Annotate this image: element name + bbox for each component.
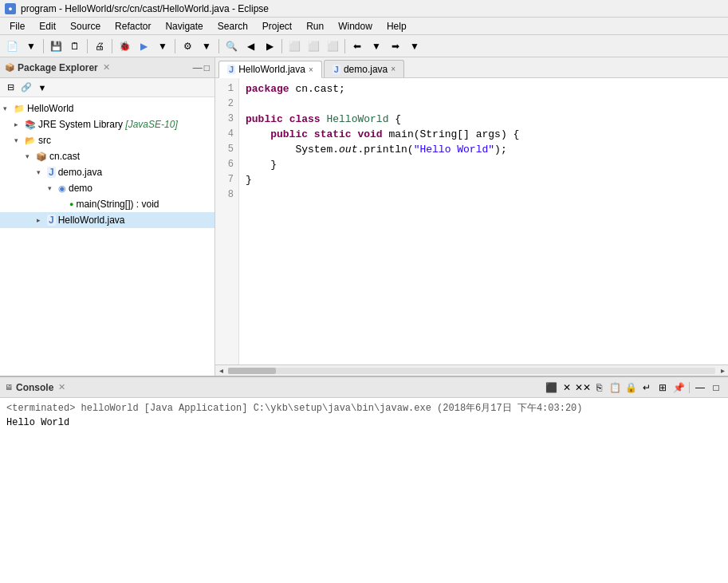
tree-label-cn.cast: cn.cast: [49, 151, 80, 162]
sep5: [218, 39, 219, 53]
tree-item-demo-class[interactable]: ▾◉demo: [0, 180, 214, 196]
toolbar-prev[interactable]: ◀: [242, 37, 259, 55]
console-output-line: Hello World: [6, 416, 722, 430]
pe-menu[interactable]: ▼: [35, 81, 49, 95]
console-pin[interactable]: 📌: [671, 380, 686, 395]
scroll-track[interactable]: [228, 368, 715, 374]
tab-demo-tab[interactable]: Jdemo.java×: [324, 60, 404, 77]
tree-item-cn.cast[interactable]: ▾📦cn.cast: [0, 148, 214, 164]
pe-link-editor[interactable]: 🔗: [19, 81, 33, 95]
console-scroll-lock[interactable]: 🔒: [624, 380, 638, 395]
tab-icon-helloworld-tab: J: [227, 65, 235, 74]
tree-icon-cn.cast: 📦: [36, 152, 47, 162]
toolbar-persp3[interactable]: ⬜: [324, 37, 341, 55]
tree-item-jre[interactable]: ▸📚JRE System Library [JavaSE-10]: [0, 116, 214, 132]
tree-label-src: src: [38, 135, 51, 146]
horizontal-scrollbar[interactable]: ◂ ▸: [215, 364, 728, 376]
toolbar-new2[interactable]: ▼: [22, 37, 40, 55]
toolbar-persp2[interactable]: ⬜: [305, 37, 322, 55]
console-maximize[interactable]: □: [709, 380, 723, 395]
toolbar-fwd[interactable]: ➡: [387, 37, 404, 55]
code-content[interactable]: package cn.cast; public class HelloWorld…: [239, 78, 728, 364]
toolbar-save[interactable]: 💾: [47, 37, 65, 55]
console-panel: 🖥 Console ✕ ⬛ ✕ ✕✕ ⎘ 📋 🔒 ↵ ⊞ 📌 — □ <term…: [0, 376, 728, 583]
pe-toolbar: ⊟ 🔗 ▼: [0, 78, 214, 97]
code-area: 12345678 package cn.cast; public class H…: [215, 78, 728, 364]
toolbar-search[interactable]: 🔍: [222, 37, 240, 55]
toolbar-ext2[interactable]: ▼: [198, 37, 215, 55]
toolbar-run2[interactable]: ▼: [154, 37, 171, 55]
tree-arrow-HelloWorld.java: ▸: [37, 216, 45, 224]
menu-item-source[interactable]: Source: [64, 19, 107, 33]
toolbar-back2[interactable]: ▼: [368, 37, 385, 55]
tab-label-helloworld-tab: HelloWorld.java: [238, 64, 305, 75]
menu-item-search[interactable]: Search: [211, 19, 254, 33]
menu-item-help[interactable]: Help: [380, 19, 413, 33]
tree-item-helloworld[interactable]: ▾📁HelloWorld: [0, 100, 214, 116]
line-numbers: 12345678: [215, 78, 239, 364]
scroll-thumb[interactable]: [228, 368, 276, 374]
sep4: [175, 39, 175, 53]
tree-icon-main-method: ●: [69, 200, 73, 208]
pe-collapse-all[interactable]: ⊟: [3, 81, 18, 95]
toolbar-back[interactable]: ⬅: [348, 37, 366, 55]
console-minimize[interactable]: —: [693, 380, 707, 395]
package-explorer-title: Package Explorer: [18, 62, 98, 73]
console-remove[interactable]: ✕✕: [576, 380, 590, 395]
toolbar-external[interactable]: ⚙: [179, 37, 196, 55]
scroll-right[interactable]: ▸: [717, 365, 728, 376]
tree-arrow-demo-class: ▾: [48, 184, 56, 192]
tree-icon-jre: 📚: [25, 120, 36, 130]
console-open-console[interactable]: ⊞: [655, 380, 670, 395]
toolbar-debug[interactable]: 🐞: [116, 37, 133, 55]
tree-item-main-method[interactable]: ●main(String[]) : void: [0, 196, 214, 212]
panel-minimize[interactable]: —: [193, 62, 203, 73]
toolbar-run[interactable]: ▶: [135, 37, 152, 55]
tab-helloworld-tab[interactable]: JHelloWorld.java×: [218, 61, 322, 78]
menu-item-navigate[interactable]: Navigate: [159, 19, 209, 33]
tree-label-main-method: main(String[]) : void: [76, 199, 159, 210]
console-paste[interactable]: 📋: [608, 380, 622, 395]
console-terminate[interactable]: ✕: [560, 380, 574, 395]
line-num-8: 8: [215, 187, 238, 203]
tree-item-demo.java[interactable]: ▾Jdemo.java: [0, 164, 214, 180]
menu-item-edit[interactable]: Edit: [33, 19, 62, 33]
toolbar-next[interactable]: ▶: [261, 37, 278, 55]
toolbar-save-all[interactable]: 🗒: [66, 37, 84, 55]
toolbar-print[interactable]: 🖨: [91, 37, 108, 55]
tab-close-helloworld-tab[interactable]: ×: [309, 65, 313, 74]
console-stop[interactable]: ⬛: [544, 380, 558, 395]
line-num-2: 2: [215, 97, 238, 112]
toolbar-new[interactable]: 📄: [3, 37, 21, 55]
menu-item-refactor[interactable]: Refactor: [108, 19, 157, 33]
tree-label-demo.java: demo.java: [58, 167, 102, 178]
menu-item-window[interactable]: Window: [332, 19, 379, 33]
console-title: Console: [16, 382, 53, 393]
package-explorer-icon: 📦: [5, 63, 14, 72]
package-explorer-header: 📦 Package Explorer ✕ — □: [0, 57, 214, 78]
console-icon: 🖥: [5, 383, 13, 392]
console-output: <terminated> helloWorld [Java Applicatio…: [0, 398, 728, 583]
app-icon: ●: [5, 3, 16, 14]
toolbar: 📄 ▼ 💾 🗒 🖨 🐞 ▶ ▼ ⚙ ▼ 🔍 ◀ ▶ ⬜ ⬜ ⬜ ⬅ ▼ ➡ ▼: [0, 35, 728, 57]
tab-label-demo-tab: demo.java: [344, 64, 388, 75]
toolbar-fwd2[interactable]: ▼: [406, 37, 423, 55]
panel-maximize[interactable]: □: [204, 62, 210, 73]
menu-item-project[interactable]: Project: [256, 19, 298, 33]
tab-icon-demo-tab: J: [333, 65, 340, 74]
tree-label-jre: JRE System Library [JavaSE-10]: [38, 119, 178, 130]
console-word-wrap[interactable]: ↵: [639, 380, 654, 395]
tree-icon-demo-class: ◉: [58, 183, 66, 194]
menu-item-file[interactable]: File: [3, 19, 31, 33]
tree-label-helloworld: HelloWorld: [27, 103, 73, 114]
tab-close-demo-tab[interactable]: ×: [391, 65, 395, 73]
tree-item-HelloWorld.java[interactable]: ▸JHelloWorld.java: [0, 212, 214, 228]
menu-item-run[interactable]: Run: [300, 19, 330, 33]
toolbar-perspective[interactable]: ⬜: [285, 37, 303, 55]
console-terminated-line: <terminated> helloWorld [Java Applicatio…: [6, 401, 722, 416]
console-copy[interactable]: ⎘: [592, 380, 606, 395]
package-explorer-panel: 📦 Package Explorer ✕ — □ ⊟ 🔗 ▼ ▾📁HelloWo…: [0, 57, 215, 376]
console-header: 🖥 Console ✕ ⬛ ✕ ✕✕ ⎘ 📋 🔒 ↵ ⊞ 📌 — □: [0, 377, 728, 398]
scroll-left[interactable]: ◂: [215, 365, 226, 376]
tree-item-src[interactable]: ▾📂src: [0, 132, 214, 148]
